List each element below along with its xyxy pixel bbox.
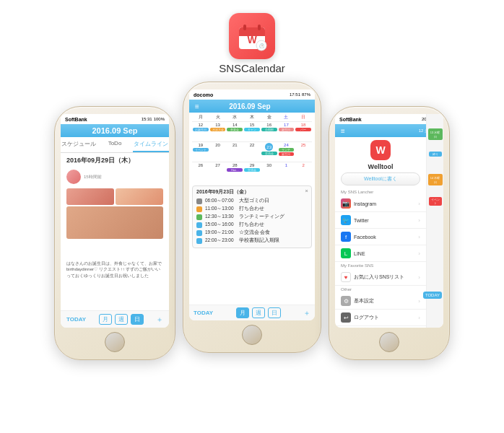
center-phone: docomo 17:51 87% ≡ 2016.09 Sep 月 火 水: [183, 82, 321, 353]
twitter-item[interactable]: 🐦 Twitter ›: [335, 212, 426, 229]
cal-day-17[interactable]: 17 誕生日: [278, 122, 295, 141]
left-day-btn[interactable]: 日: [131, 314, 144, 325]
logout-label: ログアウト: [354, 314, 379, 321]
cal-day-20[interactable]: 20: [209, 142, 227, 162]
center-nav-title: 2016.09 Sep: [229, 102, 270, 110]
twitter-label: Twitter: [354, 218, 369, 223]
cal-tue: 火: [209, 114, 227, 121]
phones-container: SoftBank 15:31 100% 2016.09 Sep スケジュール T…: [0, 82, 504, 360]
favorite-sns-item[interactable]: ♥ お気に入りSNSリスト ›: [335, 269, 426, 286]
center-month-btn[interactable]: 月: [236, 307, 249, 318]
welltool-logo: W: [370, 140, 391, 160]
favorite-chevron: ›: [418, 274, 420, 281]
settings-label: 基本設定: [354, 297, 374, 305]
left-nav-bar: 2016.09 Sep: [61, 124, 169, 137]
edp-text-3: 12:30～13:30 ランチミーティング: [205, 214, 284, 220]
cal-day-28[interactable]: 28 Han...: [226, 162, 243, 182]
center-today-btn[interactable]: TODAY: [194, 310, 213, 316]
cal-day-12[interactable]: 12 お誕生日: [192, 122, 209, 141]
cal-week-3: 26 27 28 Han... 29 交流会 30: [192, 162, 312, 182]
logout-chevron: ›: [418, 315, 420, 321]
edp-dot-1: [196, 198, 202, 204]
cal-week-1: 12 お誕生日 13 水泳大会 14 音楽会 15 キャン: [192, 121, 312, 141]
cal-day-27[interactable]: 27: [209, 162, 227, 182]
center-battery: 87%: [302, 92, 310, 97]
cal-day-29[interactable]: 29 交流会: [243, 162, 261, 182]
center-add-btn[interactable]: ＋: [303, 308, 310, 318]
right-home-btn[interactable]: [379, 332, 399, 352]
photos-grid: [61, 185, 169, 258]
right-today-btn[interactable]: TODAY: [423, 292, 442, 299]
favorite-header: My Favorite SNS: [335, 262, 426, 269]
left-home-btn[interactable]: [105, 332, 125, 352]
cal-day-2[interactable]: 2: [295, 162, 312, 182]
cal-sun: 日: [295, 114, 312, 121]
write-button[interactable]: Welltoolに書く: [341, 172, 420, 185]
left-add-btn[interactable]: ＋: [156, 315, 163, 325]
tab-schedule[interactable]: スケジュール: [61, 137, 97, 152]
left-status-bar: SoftBank 15:31 100%: [61, 114, 169, 124]
sns-launcher-header: My SNS Lancher: [335, 188, 426, 196]
logout-item[interactable]: ↩ ログアウト ›: [335, 310, 426, 326]
twitter-chevron: ›: [418, 217, 420, 224]
edp-row-6: 22:00～23:00 学校書類記入期限: [196, 237, 308, 244]
center-phone-screen: docomo 17:51 87% ≡ 2016.09 Sep 月 火 水: [189, 89, 315, 320]
center-home-btn[interactable]: [242, 325, 262, 345]
cal-fri: 金: [261, 114, 278, 121]
settings-chevron: ›: [418, 298, 420, 305]
tab-todo[interactable]: ToDo: [97, 137, 133, 152]
cal-day-22[interactable]: 22: [243, 142, 261, 162]
line-item[interactable]: L LINE ›: [335, 245, 426, 262]
cal-day-25[interactable]: 25: [295, 142, 312, 162]
hamburger-icon[interactable]: ≡: [195, 102, 199, 110]
left-today-btn[interactable]: TODAY: [66, 316, 86, 323]
cal-day-23[interactable]: 23 交流会: [261, 142, 278, 162]
left-time: 15:31: [142, 117, 152, 121]
left-nav-title: 2016.09 Sep: [92, 126, 138, 135]
cal-day-16[interactable]: 16 合唱部: [261, 122, 278, 141]
cal-day-1[interactable]: 1: [278, 162, 295, 182]
post-text: はなさんのお誕生日は、外食じゃなくて、お家でbirthdaydinner♡ リク…: [66, 261, 162, 278]
center-day-btn[interactable]: 日: [268, 307, 281, 318]
left-date-row: 2016年09月29日（木）: [61, 153, 169, 168]
cal-day-18[interactable]: 18 パー: [295, 122, 312, 141]
right-hamburger-icon[interactable]: ≡: [341, 127, 345, 135]
left-month-btn[interactable]: 月: [99, 314, 112, 325]
cal-mon: 月: [192, 114, 209, 121]
facebook-item[interactable]: f Facebook ›: [335, 229, 426, 245]
cal-thu: 木: [243, 114, 261, 121]
event-detail-title: 2016年09月23日（金）: [196, 188, 308, 196]
photo-1: [66, 188, 114, 205]
avatar: [66, 170, 81, 184]
cal-day-13[interactable]: 13 水泳大会: [209, 122, 227, 141]
sidebar-event-1: 締り: [429, 152, 442, 157]
cal-day-14[interactable]: 14 音楽会: [226, 122, 243, 141]
left-phone-screen: SoftBank 15:31 100% 2016.09 Sep スケジュール T…: [61, 114, 169, 328]
app-icon-area: W 🕐 SNSCalendar: [0, 0, 504, 74]
app-title: SNSCalendar: [0, 62, 504, 74]
edp-row-4: 15:00～16:00 打ち合わせ: [196, 222, 308, 228]
settings-item[interactable]: ⚙ 基本設定 ›: [335, 293, 426, 310]
cal-day-21[interactable]: 21: [226, 142, 243, 162]
edp-dot-4: [196, 222, 202, 228]
tab-timeline[interactable]: タイムライン: [133, 137, 169, 152]
cal-day-30[interactable]: 30: [261, 162, 278, 182]
left-week-btn[interactable]: 週: [115, 314, 128, 325]
left-status-right: 15:31 100%: [142, 117, 165, 121]
event-detail-close[interactable]: ×: [305, 188, 308, 194]
instagram-label: Instagram: [354, 201, 376, 206]
center-week-btn[interactable]: 週: [252, 307, 265, 318]
cal-day-15[interactable]: 15 キャン: [243, 122, 261, 141]
app-icon: W 🕐: [229, 13, 275, 59]
sidebar-date-2: 14 木曜日: [428, 174, 443, 185]
instagram-item[interactable]: 📷 Instagram ›: [335, 196, 426, 212]
photo-2: [116, 188, 163, 205]
line-icon: L: [341, 248, 351, 258]
cal-day-26[interactable]: 26: [192, 162, 209, 182]
sidebar-date-1: 13 水曜日: [428, 128, 443, 140]
cal-day-19[interactable]: 19 イベント: [192, 142, 209, 162]
other-header: Other: [335, 286, 426, 293]
right-phone-screen: SoftBank 20:13 🔋 ≡ 12 火曜日 W Welltool: [335, 114, 443, 328]
left-phone: SoftBank 15:31 100% 2016.09 Sep スケジュール T…: [54, 106, 175, 360]
cal-day-24[interactable]: 24 ランチ 誕生日: [278, 142, 295, 162]
